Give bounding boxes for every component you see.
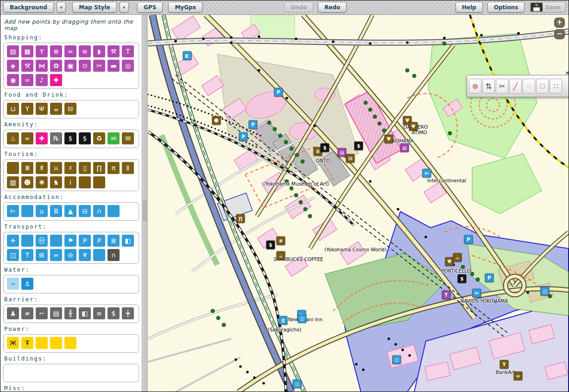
reverse-direction-button[interactable]: ⇅ — [482, 79, 495, 93]
memorial-icon[interactable]: ▯ — [79, 162, 91, 174]
accommodation-blank-2-icon[interactable] — [107, 205, 120, 217]
airport-icon[interactable]: ✈ — [7, 235, 19, 247]
power-blank-3-icon[interactable] — [64, 337, 76, 349]
fast-food-marker[interactable]: ⊟ — [346, 154, 355, 163]
gate-icon[interactable]: ⌐ — [36, 307, 48, 319]
tram-stop-icon[interactable]: ⊞ — [36, 249, 48, 261]
zoom-out-button[interactable]: − — [554, 29, 565, 39]
bus-station-icon[interactable]: ◫ — [7, 249, 19, 261]
bollard-icon[interactable]: ♟ — [7, 307, 19, 319]
background-dropdown-button[interactable]: ▾ — [57, 2, 66, 12]
gift-shop-icon[interactable]: ▣ — [64, 60, 76, 72]
caravan-site-icon[interactable]: ⊟ — [79, 205, 91, 217]
atm-marker[interactable]: $ — [266, 241, 275, 249]
pub-icon[interactable]: ⊔ — [7, 103, 19, 115]
recycling-icon[interactable]: ♻ — [93, 132, 105, 144]
split-way-button[interactable]: ✂ — [496, 79, 508, 93]
music-shop-icon[interactable]: ♪ — [36, 74, 48, 86]
cattle-grid-icon[interactable]: ▤ — [50, 307, 62, 319]
restaurant-icon[interactable]: Ψ — [36, 103, 48, 115]
laundrette-icon[interactable]: ◉ — [7, 74, 19, 86]
gps-button[interactable]: GPS — [137, 2, 163, 12]
supermarket-basket-icon[interactable]: ▤ — [7, 45, 19, 57]
doctor-icon[interactable]: ℞ — [50, 132, 62, 144]
theatre-marker[interactable]: ☻ — [212, 116, 221, 125]
ruin-wall-icon[interactable]: ▨ — [7, 176, 19, 188]
hostel-icon[interactable]: ∩ — [93, 205, 105, 217]
bar-marker[interactable]: Y — [500, 360, 509, 369]
bus-stop-marker[interactable]: ◫ — [541, 287, 550, 296]
school-icon[interactable]: ab — [107, 132, 120, 144]
atm-icon[interactable]: $ — [64, 132, 76, 144]
transport-blank-2-icon[interactable] — [50, 235, 62, 247]
bank-icon[interactable]: $ — [79, 132, 91, 144]
tourism-blank-1-icon[interactable] — [7, 162, 19, 174]
map-style-button[interactable]: Map Style — [72, 2, 116, 12]
windmill-marker[interactable]: ❋ — [277, 236, 285, 245]
bus-stop-marker[interactable]: ◫ — [392, 355, 401, 364]
police-marker[interactable]: ∞ — [514, 372, 523, 380]
redo-button[interactable]: Redo — [318, 2, 347, 12]
battlefield-icon[interactable]: ⚔ — [50, 162, 62, 174]
bus-stop-icon[interactable]: ⚑ — [64, 235, 76, 247]
tourism-blank-3-icon[interactable] — [93, 176, 105, 188]
confectionery-icon[interactable]: ◈ — [7, 60, 19, 72]
sidebar-splitter[interactable] — [142, 15, 148, 392]
background-button[interactable]: Background — [3, 2, 54, 12]
cycle-barrier-icon[interactable]: ╪ — [122, 307, 134, 319]
circular-way-button[interactable]: ◌ — [523, 79, 535, 93]
alcohol-shop-icon[interactable]: Y — [36, 45, 48, 57]
bar-icon[interactable]: Y — [21, 103, 33, 115]
fishmonger-icon[interactable]: ⋈ — [36, 60, 48, 72]
transport-blank-3-icon[interactable] — [93, 249, 105, 261]
jewellery-icon[interactable]: ◎ — [122, 60, 134, 72]
information-icon[interactable]: i — [64, 176, 76, 188]
undo-button[interactable]: Undo — [284, 2, 313, 12]
mygpx-button[interactable]: MyGpx — [168, 2, 202, 12]
chalet-icon[interactable]: ⌂ — [36, 205, 48, 217]
subway-entrance-icon[interactable]: ∩ — [107, 249, 120, 261]
museum-icon[interactable]: Ⅲ — [21, 162, 33, 174]
rectangular-way-button[interactable]: □ — [536, 79, 549, 93]
clothes-shop-icon[interactable]: T — [122, 45, 134, 57]
restaurant-marker[interactable]: Ψ — [385, 135, 393, 143]
toll-booth-icon[interactable]: $ — [107, 307, 120, 319]
train-station-icon[interactable]: ≣ — [107, 235, 120, 247]
cafe-marker[interactable]: ☕ — [453, 253, 462, 262]
map-style-dropdown-button[interactable]: ▾ — [120, 2, 129, 12]
archaeological-site-icon[interactable]: ⚱ — [36, 162, 48, 174]
motorcycle-shop-icon[interactable]: ∞ — [21, 74, 33, 86]
atm-marker[interactable]: $ — [321, 143, 329, 152]
train-station-marker[interactable]: ≣ — [279, 316, 288, 325]
car-park-marker[interactable]: P — [274, 88, 283, 97]
mooring-anchor-icon[interactable]: ⚓ — [21, 278, 33, 290]
map-canvas[interactable]: (Yokohama Museum of Art)(Yokohama Cosmo … — [148, 15, 569, 392]
hospital-icon[interactable]: ✚ — [36, 132, 48, 144]
car-park-marker[interactable]: P — [464, 235, 473, 244]
post-box-icon[interactable]: ✉ — [122, 132, 134, 144]
supermarket-basket-marker[interactable]: ▤ — [338, 148, 347, 157]
ferry-terminal-icon[interactable]: ♆ — [79, 249, 91, 261]
blocks-icon[interactable]: ◧ — [79, 307, 91, 319]
cafe-marker[interactable]: ☕ — [277, 251, 285, 260]
car-park-marker[interactable]: P — [239, 132, 248, 141]
delete-item-button[interactable]: ⊗ — [469, 79, 481, 93]
bus-stop-marker[interactable]: ◫ — [298, 314, 307, 323]
taxi-rank-marker[interactable]: T — [442, 291, 451, 299]
steps-icon[interactable]: ≡ — [93, 307, 105, 319]
shopping-cart-icon[interactable]: ▦ — [21, 45, 33, 57]
bicycle-rental-icon[interactable]: ∞ — [50, 249, 62, 261]
castle-icon[interactable]: ♯ — [64, 162, 76, 174]
hairdresser-icon[interactable]: ✂ — [93, 60, 105, 72]
power-pylon-icon[interactable]: Ж — [7, 337, 19, 349]
power-blank-1-icon[interactable] — [36, 337, 48, 349]
options-button[interactable]: Options — [487, 2, 525, 12]
ruins-icon[interactable]: Ⅱ — [122, 162, 134, 174]
accommodation-blank-1-icon[interactable] — [21, 205, 33, 217]
bank-marker[interactable]: $ — [458, 274, 467, 283]
car-rental-icon[interactable]: ⊝ — [64, 249, 76, 261]
police-icon[interactable]: ∞ — [21, 132, 33, 144]
butcher-icon[interactable]: ◗ — [93, 45, 105, 57]
close-icon[interactable]: × — [565, 70, 569, 76]
parallel-way-button[interactable]: ∷ — [550, 79, 562, 93]
